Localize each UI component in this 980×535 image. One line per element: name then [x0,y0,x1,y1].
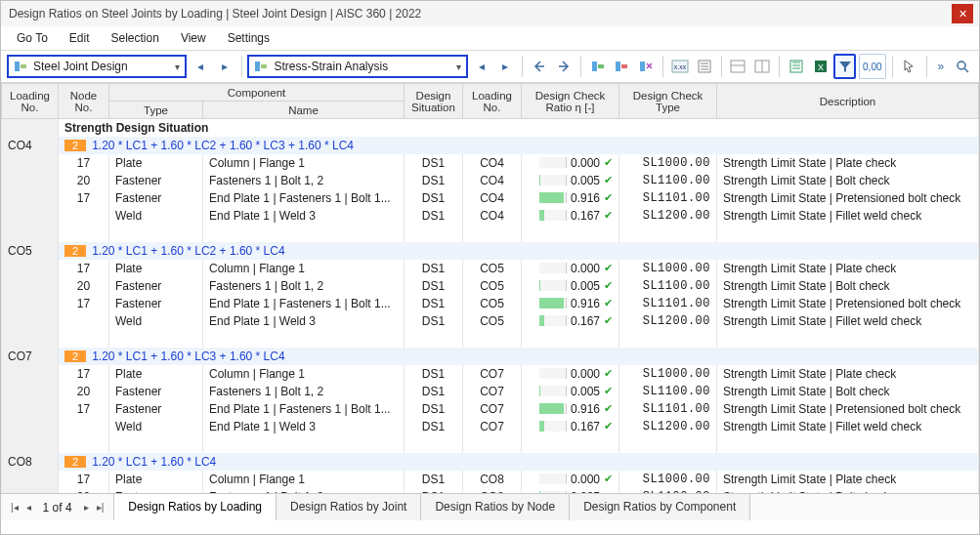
cell-code[interactable]: SL1000.00 [619,471,717,488]
cell-ratio[interactable]: 0.167✔ [522,418,619,435]
cell-type[interactable]: Weld [109,418,203,435]
cell-ds[interactable]: DS1 [405,154,463,172]
close-button[interactable]: ✕ [952,4,973,23]
cell-ds[interactable]: DS1 [405,383,463,400]
cell-code[interactable]: SL1200.00 [619,418,717,435]
cell-ratio[interactable]: 0.005✔ [522,277,619,295]
menu-goto[interactable]: Go To [11,29,54,47]
filter-button[interactable] [833,54,855,79]
table-row[interactable]: 17PlateColumn | Flange 1DS1CO40.000✔SL10… [2,154,979,172]
back-button[interactable] [529,54,550,79]
cell-desc[interactable]: Strength Limit State | Fillet weld check [717,207,979,225]
cell-code[interactable]: SL1101.00 [619,400,717,418]
col-name[interactable]: Name [203,102,405,119]
cell-desc[interactable]: Strength Limit State | Plate check [717,365,979,383]
cell-ds[interactable]: DS1 [405,365,463,383]
cell-name[interactable]: End Plate 1 | Weld 3 [203,312,405,330]
tab-design-ratios-by-joint[interactable]: Design Ratios by Joint [277,494,421,520]
find-button[interactable] [952,54,973,79]
cell-desc[interactable]: Strength Limit State | Plate check [717,260,979,277]
cell-type[interactable]: Fastener [109,295,203,312]
cell-name[interactable]: Fasteners 1 | Bolt 1, 2 [203,172,405,189]
pointer-button[interactable] [899,54,920,79]
table-row[interactable]: 20FastenerFasteners 1 | Bolt 1, 2DS1CO70… [2,383,979,400]
cell-code[interactable]: SL1000.00 [619,260,717,277]
cell-node[interactable]: 17 [59,154,109,172]
table-row[interactable]: 17FastenerEnd Plate 1 | Fasteners 1 | Bo… [2,400,979,418]
cell-ln[interactable]: CO5 [463,277,522,295]
details-button[interactable] [694,54,715,79]
table-row[interactable] [2,435,979,453]
col-design-situation[interactable]: DesignSituation [405,84,463,119]
col-ratio[interactable]: Design CheckRatio η [-] [522,84,619,119]
cell-type[interactable]: Fastener [109,277,203,295]
sheet-button[interactable] [786,54,807,79]
cell-node[interactable] [59,418,109,435]
cell-loading[interactable]: CO7 [2,348,59,365]
cell-code[interactable]: SL1000.00 [619,154,717,172]
cell-type[interactable]: Plate [109,471,203,488]
cell-ln[interactable]: CO7 [463,418,522,435]
menu-settings[interactable]: Settings [222,29,276,47]
cell-loading[interactable]: CO5 [2,242,59,260]
table-row[interactable] [2,330,979,348]
cell-desc[interactable]: Strength Limit State | Pretensioned bolt… [717,295,979,312]
cell-code[interactable]: SL1100.00 [619,172,717,189]
cell-desc[interactable]: Strength Limit State | Pretensioned bolt… [717,189,979,207]
cell-code[interactable]: SL1200.00 [619,312,717,330]
combo-analysis[interactable]: Stress-Strain Analysis ▾ [247,55,467,78]
cell-name[interactable]: End Plate 1 | Weld 3 [203,207,405,225]
cell-desc[interactable]: Strength Limit State | Bolt check [717,277,979,295]
cell-ds[interactable]: DS1 [405,471,463,488]
menu-edit[interactable]: Edit [64,29,96,47]
group-row[interactable]: CO721.20 * LC1 + 1.60 * LC3 + 1.60 * LC4 [2,348,979,365]
cell-ln[interactable]: CO4 [463,172,522,189]
cell-node[interactable] [59,207,109,225]
cell-type[interactable]: Plate [109,365,203,383]
table-row[interactable]: 17PlateColumn | Flange 1DS1CO50.000✔SL10… [2,260,979,277]
cell-ds[interactable]: DS1 [405,312,463,330]
cell-code[interactable]: SL1101.00 [619,189,717,207]
cell-name[interactable]: End Plate 1 | Weld 3 [203,418,405,435]
nav-prev-button[interactable]: ◂ [190,54,211,79]
cell-ratio[interactable]: 0.916✔ [522,295,619,312]
cell-type[interactable]: Fastener [109,383,203,400]
cell-name[interactable]: End Plate 1 | Fasteners 1 | Bolt 1... [203,295,405,312]
table-row[interactable]: WeldEnd Plate 1 | Weld 3DS1CO40.167✔SL12… [2,207,979,225]
cell-ds[interactable]: DS1 [405,207,463,225]
col-check-type[interactable]: Design CheckType [619,84,717,119]
col-loading-no2[interactable]: LoadingNo. [463,84,522,119]
table-row[interactable]: 20FastenerFasteners 1 | Bolt 1, 2DS1CO80… [2,488,979,494]
cell-node[interactable]: 17 [59,471,109,488]
tab-design-ratios-by-node[interactable]: Design Ratios by Node [421,494,570,520]
cell-ln[interactable]: CO5 [463,295,522,312]
cell-ln[interactable]: CO4 [463,189,522,207]
cell-desc[interactable]: Strength Limit State | Bolt check [717,172,979,189]
cell-type[interactable]: Fastener [109,400,203,418]
formula-button[interactable]: x.xx [669,54,691,79]
cell-type[interactable]: Plate [109,260,203,277]
result3-button[interactable] [635,54,657,79]
cell-type[interactable]: Weld [109,312,203,330]
cell-ln[interactable]: CO7 [463,383,522,400]
nav-prev2-button[interactable]: ◂ [471,54,492,79]
table-row[interactable]: 20FastenerFasteners 1 | Bolt 1, 2DS1CO40… [2,172,979,189]
cell-desc[interactable]: Strength Limit State | Pretensioned bolt… [717,400,979,418]
cell-desc[interactable]: Strength Limit State | Fillet weld check [717,418,979,435]
cell-ds[interactable]: DS1 [405,400,463,418]
cell-node[interactable]: 17 [59,295,109,312]
cell-code[interactable]: SL1200.00 [619,207,717,225]
table-row[interactable]: 20FastenerFasteners 1 | Bolt 1, 2DS1CO50… [2,277,979,295]
cell-name[interactable]: End Plate 1 | Fasteners 1 | Bolt 1... [203,189,405,207]
menu-selection[interactable]: Selection [106,29,165,47]
cell-ds[interactable]: DS1 [405,277,463,295]
excel-button[interactable]: X [810,54,831,79]
cell-ratio[interactable]: 0.005✔ [522,383,619,400]
cell-desc[interactable]: Strength Limit State | Fillet weld check [717,312,979,330]
cell-ratio[interactable]: 0.916✔ [522,189,619,207]
cell-type[interactable]: Fastener [109,172,203,189]
cell-ds[interactable]: DS1 [405,418,463,435]
cell-ratio[interactable]: 0.000✔ [522,260,619,277]
nav-next2-button[interactable]: ▸ [495,54,517,79]
pager-last[interactable]: ▸| [95,502,107,513]
